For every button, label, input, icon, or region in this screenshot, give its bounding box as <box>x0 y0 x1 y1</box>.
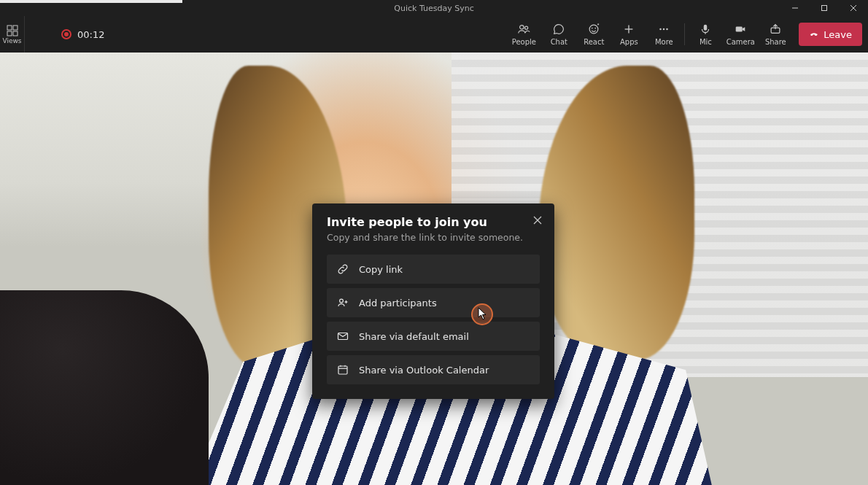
camera-icon <box>734 23 747 36</box>
window-titlebar: Quick Tuesday Sync <box>0 0 868 16</box>
svg-point-15 <box>660 28 662 31</box>
close-icon <box>533 216 542 225</box>
hangup-icon <box>809 29 819 39</box>
add-people-icon <box>337 297 349 309</box>
toolbar-more-button[interactable]: More <box>646 16 681 53</box>
people-icon <box>517 23 530 36</box>
timer-value: 00:12 <box>77 29 104 40</box>
calendar-icon <box>337 364 349 376</box>
react-icon <box>587 23 600 36</box>
record-icon <box>61 29 71 39</box>
svg-rect-20 <box>736 26 743 31</box>
svg-point-9 <box>525 26 528 29</box>
leave-button[interactable]: Leave <box>799 23 862 46</box>
recording-timer: 00:12 <box>61 29 104 40</box>
toolbar-label: More <box>655 38 673 46</box>
toolbar-camera-button[interactable]: Camera <box>723 16 758 53</box>
svg-rect-6 <box>7 31 12 36</box>
views-label: Views <box>2 37 21 44</box>
close-icon <box>850 4 857 12</box>
window-title: Quick Tuesday Sync <box>394 4 473 13</box>
toolbar-people-button[interactable]: People <box>506 16 541 53</box>
toolbar-separator <box>684 23 685 45</box>
minimize-icon <box>791 4 799 12</box>
apps-icon <box>622 23 635 36</box>
window-minimize-button[interactable] <box>780 0 810 16</box>
toolbar-share-button[interactable]: Share <box>758 16 793 53</box>
svg-rect-5 <box>13 26 18 30</box>
toolbar-label: People <box>512 38 536 46</box>
video-decor <box>538 66 694 360</box>
grid-icon <box>7 25 18 36</box>
window-maximize-button[interactable] <box>810 0 839 16</box>
svg-point-17 <box>667 28 669 31</box>
toolbar-mic-button[interactable]: Mic <box>688 16 723 53</box>
modal-option-share-email[interactable]: Share via default email <box>327 322 540 351</box>
toolbar-label: Share <box>765 38 786 46</box>
modal-option-add-participants[interactable]: Add participants <box>327 288 540 317</box>
toolbar-label: Mic <box>700 38 712 46</box>
toolbar-label: Chat <box>551 38 567 46</box>
modal-option-label: Share via default email <box>359 331 469 342</box>
meeting-toolbar: Views 00:12 People Chat React Apps More <box>0 16 868 53</box>
svg-rect-1 <box>822 6 827 11</box>
svg-point-16 <box>663 28 665 31</box>
svg-rect-7 <box>13 31 18 36</box>
svg-point-10 <box>589 25 598 34</box>
chat-icon <box>552 23 565 36</box>
views-button[interactable]: Views <box>0 16 25 53</box>
toolbar-chat-button[interactable]: Chat <box>541 16 576 53</box>
maximize-icon <box>821 4 828 12</box>
svg-rect-4 <box>7 26 12 30</box>
invite-modal: Invite people to join you Copy and share… <box>312 203 554 399</box>
titlebar-accent <box>0 0 182 3</box>
more-icon <box>657 23 670 36</box>
toolbar-label: Camera <box>726 38 755 46</box>
link-icon <box>337 263 349 275</box>
mail-icon <box>337 330 349 342</box>
toolbar-react-button[interactable]: React <box>576 16 611 53</box>
toolbar-label: React <box>584 38 604 46</box>
svg-point-11 <box>592 28 593 29</box>
svg-point-8 <box>520 26 524 29</box>
video-stage: Invite people to join you Copy and share… <box>0 53 868 485</box>
svg-rect-18 <box>704 25 708 31</box>
modal-option-copy-link[interactable]: Copy link <box>327 255 540 284</box>
modal-option-label: Share via Outlook Calendar <box>359 365 489 376</box>
window-controls <box>780 0 868 16</box>
svg-point-12 <box>595 28 597 29</box>
modal-close-button[interactable] <box>528 211 547 230</box>
modal-title: Invite people to join you <box>327 215 540 229</box>
svg-rect-28 <box>338 366 347 374</box>
svg-point-24 <box>340 299 344 303</box>
share-icon <box>769 23 782 36</box>
toolbar-right: People Chat React Apps More Mic Camera <box>506 16 862 53</box>
window-close-button[interactable] <box>839 0 868 16</box>
toolbar-label: Apps <box>620 38 638 46</box>
modal-subtitle: Copy and share the link to invite someon… <box>327 232 540 243</box>
mic-icon <box>699 23 712 36</box>
toolbar-apps-button[interactable]: Apps <box>611 16 646 53</box>
modal-option-label: Add participants <box>359 298 437 309</box>
leave-label: Leave <box>824 29 852 40</box>
modal-option-share-outlook[interactable]: Share via Outlook Calendar <box>327 355 540 384</box>
modal-option-label: Copy link <box>359 264 403 275</box>
